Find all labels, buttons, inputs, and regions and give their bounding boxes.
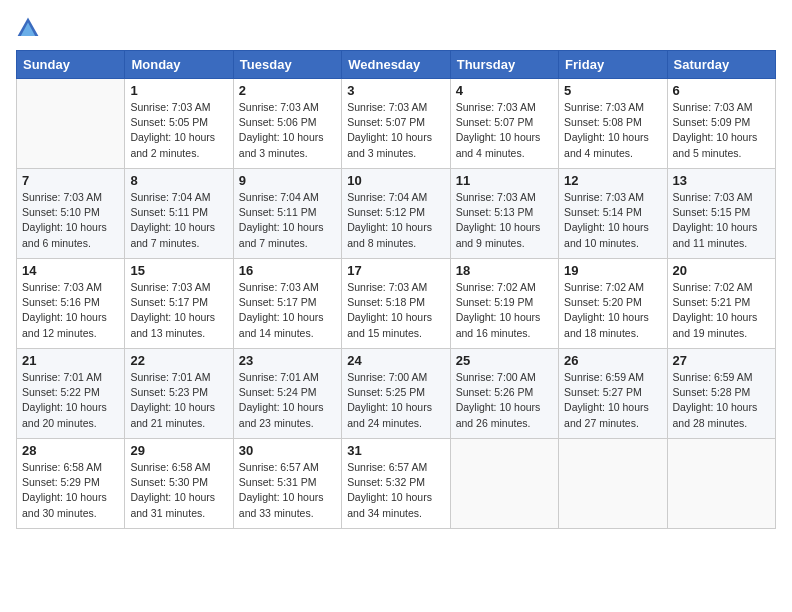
day-number: 1	[130, 83, 227, 98]
day-number: 15	[130, 263, 227, 278]
calendar-cell: 3Sunrise: 7:03 AM Sunset: 5:07 PM Daylig…	[342, 79, 450, 169]
day-info: Sunrise: 7:02 AM Sunset: 5:20 PM Dayligh…	[564, 280, 661, 341]
week-row-3: 14Sunrise: 7:03 AM Sunset: 5:16 PM Dayli…	[17, 259, 776, 349]
logo	[16, 16, 44, 40]
day-info: Sunrise: 7:03 AM Sunset: 5:05 PM Dayligh…	[130, 100, 227, 161]
header-monday: Monday	[125, 51, 233, 79]
calendar-cell: 9Sunrise: 7:04 AM Sunset: 5:11 PM Daylig…	[233, 169, 341, 259]
day-info: Sunrise: 7:03 AM Sunset: 5:10 PM Dayligh…	[22, 190, 119, 251]
week-row-5: 28Sunrise: 6:58 AM Sunset: 5:29 PM Dayli…	[17, 439, 776, 529]
week-row-1: 1Sunrise: 7:03 AM Sunset: 5:05 PM Daylig…	[17, 79, 776, 169]
day-info: Sunrise: 6:58 AM Sunset: 5:29 PM Dayligh…	[22, 460, 119, 521]
day-number: 25	[456, 353, 553, 368]
day-number: 27	[673, 353, 770, 368]
page-header	[16, 16, 776, 40]
week-row-4: 21Sunrise: 7:01 AM Sunset: 5:22 PM Dayli…	[17, 349, 776, 439]
day-number: 20	[673, 263, 770, 278]
calendar-cell: 5Sunrise: 7:03 AM Sunset: 5:08 PM Daylig…	[559, 79, 667, 169]
day-info: Sunrise: 7:01 AM Sunset: 5:22 PM Dayligh…	[22, 370, 119, 431]
day-number: 2	[239, 83, 336, 98]
header-wednesday: Wednesday	[342, 51, 450, 79]
day-number: 11	[456, 173, 553, 188]
logo-icon	[16, 16, 40, 40]
calendar-cell: 12Sunrise: 7:03 AM Sunset: 5:14 PM Dayli…	[559, 169, 667, 259]
day-number: 3	[347, 83, 444, 98]
calendar-cell: 18Sunrise: 7:02 AM Sunset: 5:19 PM Dayli…	[450, 259, 558, 349]
day-number: 10	[347, 173, 444, 188]
calendar-cell: 19Sunrise: 7:02 AM Sunset: 5:20 PM Dayli…	[559, 259, 667, 349]
calendar-cell: 14Sunrise: 7:03 AM Sunset: 5:16 PM Dayli…	[17, 259, 125, 349]
day-number: 12	[564, 173, 661, 188]
day-info: Sunrise: 7:03 AM Sunset: 5:09 PM Dayligh…	[673, 100, 770, 161]
calendar-table: SundayMondayTuesdayWednesdayThursdayFrid…	[16, 50, 776, 529]
calendar-cell: 1Sunrise: 7:03 AM Sunset: 5:05 PM Daylig…	[125, 79, 233, 169]
day-info: Sunrise: 7:00 AM Sunset: 5:26 PM Dayligh…	[456, 370, 553, 431]
calendar-cell: 11Sunrise: 7:03 AM Sunset: 5:13 PM Dayli…	[450, 169, 558, 259]
calendar-cell: 24Sunrise: 7:00 AM Sunset: 5:25 PM Dayli…	[342, 349, 450, 439]
day-number: 29	[130, 443, 227, 458]
day-info: Sunrise: 7:03 AM Sunset: 5:14 PM Dayligh…	[564, 190, 661, 251]
day-number: 22	[130, 353, 227, 368]
day-info: Sunrise: 7:04 AM Sunset: 5:11 PM Dayligh…	[130, 190, 227, 251]
calendar-cell: 29Sunrise: 6:58 AM Sunset: 5:30 PM Dayli…	[125, 439, 233, 529]
calendar-cell: 2Sunrise: 7:03 AM Sunset: 5:06 PM Daylig…	[233, 79, 341, 169]
calendar-header-row: SundayMondayTuesdayWednesdayThursdayFrid…	[17, 51, 776, 79]
day-info: Sunrise: 7:02 AM Sunset: 5:21 PM Dayligh…	[673, 280, 770, 341]
day-number: 18	[456, 263, 553, 278]
day-number: 30	[239, 443, 336, 458]
calendar-cell: 6Sunrise: 7:03 AM Sunset: 5:09 PM Daylig…	[667, 79, 775, 169]
day-info: Sunrise: 6:58 AM Sunset: 5:30 PM Dayligh…	[130, 460, 227, 521]
header-sunday: Sunday	[17, 51, 125, 79]
day-info: Sunrise: 7:00 AM Sunset: 5:25 PM Dayligh…	[347, 370, 444, 431]
calendar-cell: 28Sunrise: 6:58 AM Sunset: 5:29 PM Dayli…	[17, 439, 125, 529]
day-number: 8	[130, 173, 227, 188]
calendar-cell: 22Sunrise: 7:01 AM Sunset: 5:23 PM Dayli…	[125, 349, 233, 439]
header-tuesday: Tuesday	[233, 51, 341, 79]
calendar-cell: 10Sunrise: 7:04 AM Sunset: 5:12 PM Dayli…	[342, 169, 450, 259]
day-number: 23	[239, 353, 336, 368]
day-info: Sunrise: 7:01 AM Sunset: 5:23 PM Dayligh…	[130, 370, 227, 431]
calendar-cell: 7Sunrise: 7:03 AM Sunset: 5:10 PM Daylig…	[17, 169, 125, 259]
day-info: Sunrise: 7:03 AM Sunset: 5:17 PM Dayligh…	[239, 280, 336, 341]
day-info: Sunrise: 7:03 AM Sunset: 5:16 PM Dayligh…	[22, 280, 119, 341]
day-info: Sunrise: 7:04 AM Sunset: 5:12 PM Dayligh…	[347, 190, 444, 251]
calendar-cell	[559, 439, 667, 529]
day-info: Sunrise: 7:03 AM Sunset: 5:15 PM Dayligh…	[673, 190, 770, 251]
calendar-cell: 21Sunrise: 7:01 AM Sunset: 5:22 PM Dayli…	[17, 349, 125, 439]
day-info: Sunrise: 7:04 AM Sunset: 5:11 PM Dayligh…	[239, 190, 336, 251]
calendar-cell: 20Sunrise: 7:02 AM Sunset: 5:21 PM Dayli…	[667, 259, 775, 349]
day-number: 21	[22, 353, 119, 368]
calendar-cell: 30Sunrise: 6:57 AM Sunset: 5:31 PM Dayli…	[233, 439, 341, 529]
day-info: Sunrise: 6:57 AM Sunset: 5:32 PM Dayligh…	[347, 460, 444, 521]
day-number: 17	[347, 263, 444, 278]
calendar-cell: 4Sunrise: 7:03 AM Sunset: 5:07 PM Daylig…	[450, 79, 558, 169]
header-saturday: Saturday	[667, 51, 775, 79]
day-info: Sunrise: 6:59 AM Sunset: 5:28 PM Dayligh…	[673, 370, 770, 431]
calendar-cell: 31Sunrise: 6:57 AM Sunset: 5:32 PM Dayli…	[342, 439, 450, 529]
calendar-cell: 27Sunrise: 6:59 AM Sunset: 5:28 PM Dayli…	[667, 349, 775, 439]
day-number: 7	[22, 173, 119, 188]
day-number: 5	[564, 83, 661, 98]
day-info: Sunrise: 7:03 AM Sunset: 5:13 PM Dayligh…	[456, 190, 553, 251]
day-info: Sunrise: 7:02 AM Sunset: 5:19 PM Dayligh…	[456, 280, 553, 341]
day-info: Sunrise: 7:03 AM Sunset: 5:06 PM Dayligh…	[239, 100, 336, 161]
calendar-cell: 8Sunrise: 7:04 AM Sunset: 5:11 PM Daylig…	[125, 169, 233, 259]
calendar-cell: 26Sunrise: 6:59 AM Sunset: 5:27 PM Dayli…	[559, 349, 667, 439]
day-number: 24	[347, 353, 444, 368]
calendar-cell: 17Sunrise: 7:03 AM Sunset: 5:18 PM Dayli…	[342, 259, 450, 349]
header-friday: Friday	[559, 51, 667, 79]
calendar-cell	[667, 439, 775, 529]
day-info: Sunrise: 7:01 AM Sunset: 5:24 PM Dayligh…	[239, 370, 336, 431]
day-number: 6	[673, 83, 770, 98]
calendar-cell: 15Sunrise: 7:03 AM Sunset: 5:17 PM Dayli…	[125, 259, 233, 349]
header-thursday: Thursday	[450, 51, 558, 79]
day-info: Sunrise: 7:03 AM Sunset: 5:07 PM Dayligh…	[456, 100, 553, 161]
day-info: Sunrise: 7:03 AM Sunset: 5:17 PM Dayligh…	[130, 280, 227, 341]
day-number: 13	[673, 173, 770, 188]
day-info: Sunrise: 7:03 AM Sunset: 5:08 PM Dayligh…	[564, 100, 661, 161]
calendar-cell: 16Sunrise: 7:03 AM Sunset: 5:17 PM Dayli…	[233, 259, 341, 349]
calendar-cell	[450, 439, 558, 529]
day-number: 31	[347, 443, 444, 458]
day-number: 14	[22, 263, 119, 278]
day-number: 28	[22, 443, 119, 458]
